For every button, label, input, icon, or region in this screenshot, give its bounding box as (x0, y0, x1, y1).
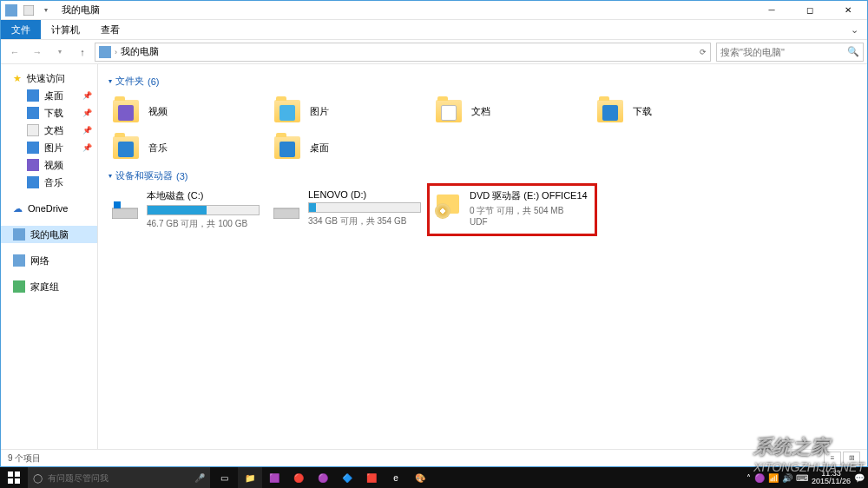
folder-music[interactable]: 音乐 (108, 129, 270, 166)
folder-desktop[interactable]: 桌面 (270, 129, 431, 166)
ribbon-expand-icon[interactable]: ⌄ (841, 20, 867, 39)
svg-rect-4 (273, 208, 299, 219)
tray-chevron-icon[interactable]: ˄ (746, 473, 751, 483)
drive-c[interactable]: 本地磁盘 (C:) 46.7 GB 可用，共 100 GB (108, 188, 270, 232)
view-details-button[interactable]: ≡ (824, 452, 841, 465)
tab-computer[interactable]: 计算机 (41, 20, 90, 39)
maximize-button[interactable]: ◻ (791, 1, 829, 20)
sidebar-homegroup[interactable]: 家庭组 (1, 278, 97, 295)
svg-rect-5 (8, 472, 13, 477)
back-button[interactable]: ← (4, 42, 25, 63)
group-folders-header[interactable]: ▾ 文件夹 (6) (108, 75, 857, 88)
search-box[interactable]: 🔍 (716, 43, 864, 62)
svg-rect-2 (112, 208, 138, 219)
sidebar-quick-access[interactable]: ★快速访问 (1, 69, 97, 87)
tray-network-icon[interactable]: 📶 (768, 473, 779, 483)
drive-d[interactable]: LENOVO (D:) 334 GB 可用，共 354 GB (270, 188, 431, 232)
up-button[interactable]: ↑ (72, 42, 93, 63)
tray-icon[interactable]: 🟣 (754, 473, 765, 483)
dvd-icon (433, 189, 463, 219)
status-item-count: 9 个项目 (8, 452, 41, 465)
search-input[interactable] (720, 47, 847, 57)
recent-dropdown[interactable]: ▾ (49, 42, 70, 63)
pin-icon: 📌 (82, 91, 92, 100)
taskbar: ◯ 🎤 ▭ 📁 🟪 🔴 🟣 🔷 🟥 e 🎨 ˄ 🟣 📶 🔊 ⌨ 11:33 20… (0, 467, 868, 488)
cortana-icon: ◯ (33, 473, 43, 483)
svg-rect-1 (23, 5, 34, 16)
sidebar-network[interactable]: 网络 (1, 252, 97, 269)
tab-view[interactable]: 查看 (90, 20, 130, 39)
taskbar-app-icon[interactable]: 🔷 (335, 467, 359, 488)
qat-properties-icon[interactable] (22, 3, 36, 17)
view-icons-button[interactable]: ⊞ (843, 452, 860, 465)
nav-bar: ← → ▾ ↑ › 我的电脑 ⟳ 🔍 (1, 40, 867, 64)
start-button[interactable] (0, 467, 28, 488)
task-view-button[interactable]: ▭ (210, 467, 238, 488)
ribbon-tabs: 文件 计算机 查看 ⌄ (1, 20, 867, 40)
breadcrumb-item[interactable]: 我的电脑 (121, 45, 159, 58)
chevron-down-icon: ▾ (108, 77, 112, 85)
minimize-button[interactable]: ─ (753, 1, 791, 20)
tray-volume-icon[interactable]: 🔊 (782, 473, 792, 483)
notifications-icon[interactable]: 💬 (854, 473, 865, 483)
svg-rect-0 (5, 4, 17, 16)
sidebar-item-videos[interactable]: 视频 (1, 156, 97, 174)
svg-rect-7 (8, 478, 13, 484)
group-devices-header[interactable]: ▾ 设备和驱动器 (3) (108, 169, 857, 182)
tab-file[interactable]: 文件 (1, 20, 41, 39)
chevron-down-icon: ▾ (108, 172, 112, 180)
explorer-window: ▾ 我的电脑 ─ ◻ ✕ 文件 计算机 查看 ⌄ ← → ▾ ↑ › 我的电脑 … (0, 0, 868, 467)
sidebar-onedrive[interactable]: ☁OneDrive (1, 200, 97, 217)
pin-icon: 📌 (82, 109, 92, 117)
mic-icon[interactable]: 🎤 (194, 473, 205, 483)
sidebar: ★快速访问 桌面📌 下载📌 文档📌 图片📌 视频 音乐 ☁OneDrive 我的… (1, 64, 98, 449)
tray-ime-icon[interactable]: ⌨ (796, 473, 808, 483)
sidebar-item-music[interactable]: 音乐 (1, 174, 97, 191)
hdd-icon (110, 189, 140, 219)
sidebar-item-downloads[interactable]: 下载📌 (1, 104, 97, 122)
folder-videos[interactable]: 视频 (108, 93, 270, 129)
taskbar-search[interactable]: ◯ 🎤 (28, 467, 210, 488)
sidebar-item-pictures[interactable]: 图片📌 (1, 139, 97, 156)
sidebar-item-desktop[interactable]: 桌面📌 (1, 87, 97, 104)
app-icon (4, 3, 18, 17)
folder-downloads[interactable]: 下载 (593, 93, 754, 129)
content-pane: ▾ 文件夹 (6) 视频 图片 文档 下载 音乐 桌面 ▾ 设备和驱动器 (3) (98, 64, 867, 449)
title-bar: ▾ 我的电脑 ─ ◻ ✕ (1, 1, 867, 20)
svg-rect-8 (15, 478, 20, 484)
capacity-bar (147, 205, 260, 215)
taskbar-app-icon[interactable]: 🟥 (359, 467, 384, 488)
capacity-bar (308, 202, 421, 213)
window-title: 我的电脑 (56, 3, 100, 16)
tray-date[interactable]: 2015/11/26 (812, 478, 851, 485)
taskbar-explorer-icon[interactable]: 📁 (238, 467, 262, 488)
sidebar-item-documents[interactable]: 文档📌 (1, 122, 97, 139)
breadcrumb[interactable]: › 我的电脑 ⟳ (95, 43, 711, 62)
system-tray: ˄ 🟣 📶 🔊 ⌨ 11:33 2015/11/26 💬 (746, 470, 868, 485)
chevron-right-icon: › (115, 48, 117, 56)
folder-documents[interactable]: 文档 (431, 93, 593, 129)
sidebar-this-pc[interactable]: 我的电脑 (1, 226, 97, 243)
taskbar-ie-icon[interactable]: e (384, 467, 408, 488)
taskbar-app-icon[interactable]: 🟣 (311, 467, 335, 488)
pin-icon: 📌 (82, 143, 92, 152)
refresh-icon[interactable]: ⟳ (700, 48, 707, 56)
folder-pictures[interactable]: 图片 (270, 93, 431, 129)
svg-rect-3 (114, 201, 121, 208)
svg-rect-6 (15, 472, 20, 477)
hdd-icon (272, 189, 301, 219)
pc-icon (99, 46, 111, 58)
taskbar-app-icon[interactable]: 🟪 (262, 467, 286, 488)
qat-dropdown-icon[interactable]: ▾ (39, 3, 53, 17)
close-button[interactable]: ✕ (829, 1, 867, 20)
forward-button[interactable]: → (27, 42, 48, 63)
search-icon[interactable]: 🔍 (847, 46, 859, 57)
taskbar-search-input[interactable] (48, 473, 189, 483)
status-bar: 9 个项目 ≡ ⊞ (1, 449, 867, 466)
taskbar-app-icon[interactable]: 🎨 (408, 467, 432, 488)
drive-dvd[interactable]: DVD 驱动器 (E:) OFFICE14 0 字节 可用，共 504 MB U… (431, 188, 593, 232)
pin-icon: 📌 (82, 126, 92, 135)
taskbar-app-icon[interactable]: 🔴 (286, 467, 311, 488)
